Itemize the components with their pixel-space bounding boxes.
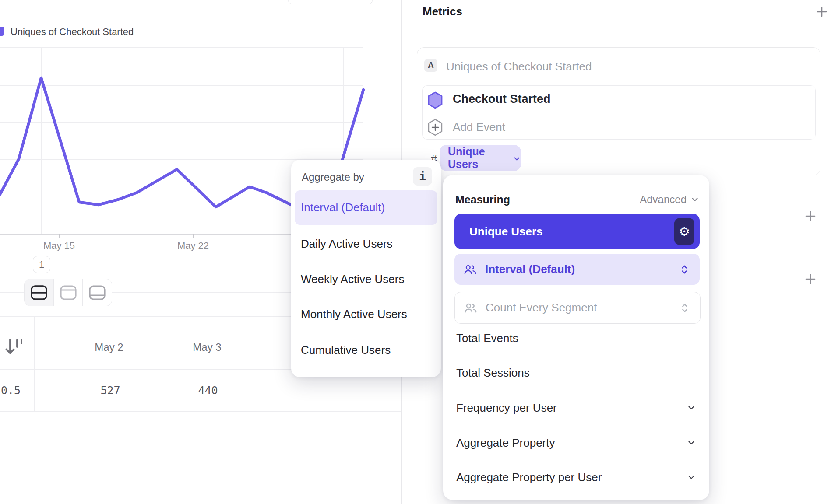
interval-dropdown-label: Interval (Default) [485, 262, 575, 276]
users-icon [465, 303, 477, 313]
bottom-bar-icon [88, 285, 106, 301]
info-icon[interactable]: i [413, 167, 432, 186]
chevron-updown-icon [680, 302, 690, 314]
table-cell-value: 527 [100, 384, 120, 397]
table-border [0, 411, 401, 412]
split-horizontal-icon [30, 285, 48, 301]
aggregate-option[interactable]: Weekly Active Users [301, 273, 404, 286]
chevron-down-icon [690, 195, 700, 204]
measuring-option[interactable]: Aggregate Property per User [456, 471, 602, 484]
measuring-title: Measuring [455, 193, 510, 206]
chevron-down-icon[interactable] [687, 438, 696, 448]
aggregate-option-selected[interactable]: Interval (Default) [295, 190, 437, 225]
layout-toggle-group [24, 279, 112, 306]
measuring-selected-button[interactable]: Unique Users ⚙ [454, 214, 700, 249]
measuring-popup: Measuring Advanced Unique Users ⚙ Interv… [443, 175, 709, 500]
axis-tick-label: May 15 [43, 240, 75, 252]
gridline [0, 47, 363, 48]
chevron-down-icon[interactable] [687, 472, 696, 482]
aggregate-option-label: Interval (Default) [301, 201, 385, 214]
measuring-option[interactable]: Aggregate Property [456, 436, 555, 450]
event-hexagon-icon [427, 91, 444, 109]
measurement-chip-label: Unique Users [448, 145, 508, 171]
add-event-button[interactable]: Add Event [453, 120, 505, 134]
measuring-selected-label: Unique Users [469, 225, 543, 238]
legend-swatch [0, 27, 4, 36]
add-row-icon[interactable] [805, 210, 816, 222]
legend-label: Uniques of Checkout Started [11, 26, 134, 38]
measuring-option[interactable]: Total Sessions [456, 366, 530, 380]
chart-legend[interactable]: Uniques of Checkout Started [0, 26, 134, 38]
add-event-icon [427, 118, 444, 136]
chevron-down-icon[interactable] [687, 403, 696, 413]
annotation-badge-label: 1 [39, 259, 44, 270]
add-metric-icon[interactable] [816, 6, 827, 18]
chevron-down-icon [513, 154, 521, 164]
layout-top-bar-button[interactable] [54, 279, 83, 306]
aggregate-by-title: Aggregate by [302, 171, 364, 183]
table-header-cell[interactable]: May 2 [95, 341, 123, 354]
gridline [0, 122, 363, 122]
sort-icon[interactable] [5, 336, 24, 357]
table-header-cell[interactable]: May 3 [193, 341, 221, 354]
event-name[interactable]: Checkout Started [453, 92, 551, 106]
measuring-option[interactable]: Total Events [456, 332, 518, 345]
layout-bottom-bar-button[interactable] [83, 279, 112, 306]
axis-tick [59, 234, 60, 238]
metrics-title: Metrics [423, 5, 462, 18]
gear-icon: ⚙ [679, 224, 690, 239]
table-cell-value: 440 [198, 384, 218, 397]
gridline-vertical [41, 47, 42, 234]
measuring-option[interactable]: Frequency per User [456, 401, 557, 415]
metric-card: A Uniques of Checkout Started Checkout S… [417, 47, 820, 175]
segment-count-label: Count Every Segment [486, 301, 597, 315]
settings-button[interactable]: ⚙ [674, 218, 694, 245]
segment-count-dropdown[interactable]: Count Every Segment [454, 292, 701, 324]
axis-tick-label: May 22 [177, 240, 209, 252]
chevron-updown-icon [680, 264, 689, 275]
measurement-chip[interactable]: Unique Users [440, 145, 521, 171]
advanced-label: Advanced [640, 193, 687, 206]
aggregate-option[interactable]: Monthly Active Users [301, 308, 407, 321]
event-card: Checkout Started Add Event [422, 85, 816, 140]
layout-split-horizontal-button[interactable] [25, 279, 54, 306]
aggregate-by-popup: Aggregate by i Interval (Default) Daily … [291, 160, 441, 377]
top-bar-icon [60, 285, 77, 301]
axis-tick [193, 234, 194, 238]
interval-dropdown[interactable]: Interval (Default) [454, 254, 700, 285]
metric-series-badge: A [424, 59, 437, 72]
advanced-toggle[interactable]: Advanced [640, 193, 700, 206]
aggregate-option[interactable]: Cumulative Users [301, 343, 391, 357]
table-column-divider [34, 316, 35, 411]
annotation-badge[interactable]: 1 [33, 256, 50, 273]
metric-name[interactable]: Uniques of Checkout Started [446, 60, 592, 74]
add-row-icon[interactable] [805, 273, 816, 285]
aggregate-option[interactable]: Daily Active Users [301, 237, 393, 251]
users-icon [464, 264, 476, 275]
table-row-label-fragment: 0.5 [1, 384, 21, 397]
partial-toolbar-button[interactable] [288, 0, 373, 4]
gridline [0, 85, 363, 86]
